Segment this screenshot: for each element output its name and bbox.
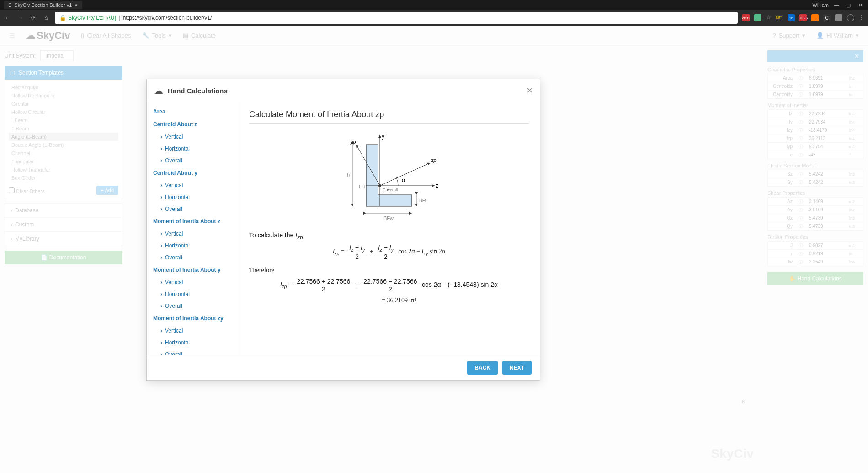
browser-menu-icon[interactable]: ⋮ (859, 14, 864, 22)
ext-icon-1[interactable]: 2891 (742, 14, 750, 22)
ext-weather-icon[interactable]: 66° (776, 14, 783, 22)
svg-text:yp: yp (350, 139, 356, 145)
svg-point-9 (378, 184, 381, 187)
nav-subitem[interactable]: Overall (147, 155, 238, 167)
ext-cors-icon[interactable]: CORS (799, 14, 807, 22)
nav-subitem[interactable]: Vertical (147, 325, 238, 337)
nav-heading[interactable]: Centroid About y (147, 167, 238, 179)
bookmark-star-icon[interactable]: ☆ (766, 14, 771, 22)
extension-icons: 2891 ☆ 66° 16 CORS C ⋮ (742, 14, 864, 22)
lock-icon: 🔒 (59, 15, 66, 21)
svg-text:LFt: LFt (359, 184, 366, 189)
calc-intro: To calculate the Izp (249, 231, 529, 240)
nav-subitem[interactable]: Overall (147, 300, 238, 312)
nav-subitem[interactable]: Horizontal (147, 337, 238, 349)
modal-nav[interactable]: AreaCentroid About zVerticalHorizontalOv… (147, 102, 238, 355)
cloud-icon: ☁ (154, 85, 163, 96)
nav-reload-icon[interactable]: ⟳ (29, 15, 37, 21)
ext-icon-2[interactable] (754, 14, 761, 22)
nav-heading[interactable]: Moment of Inertia About y (147, 263, 238, 276)
back-button[interactable]: BACK (467, 361, 498, 375)
app-viewport: ☰ ☁ SkyCiv ▯ Clear All Shapes 🔧 Tools ▾ … (0, 26, 868, 473)
nav-heading[interactable]: Area (147, 105, 238, 118)
nav-subitem[interactable]: Overall (147, 349, 238, 355)
modal-close-icon[interactable]: × (527, 85, 533, 97)
formula-general: Izp = Iz + Iy2 + Iz − Iy2 cos 2α − Izy s… (249, 244, 529, 260)
nav-home-icon[interactable]: ⌂ (42, 15, 50, 21)
nav-heading[interactable]: Centroid About z (147, 118, 238, 131)
nav-back-icon[interactable]: ← (4, 15, 12, 21)
modal-title: Hand Calculations (168, 87, 228, 95)
os-titlebar: S SkyCiv Section Builder v1 × William — … (0, 0, 868, 10)
browser-toolbar: ← → ⟳ ⌂ 🔒 SkyCiv Pty Ltd [AU] | https://… (0, 10, 868, 26)
address-bar[interactable]: 🔒 SkyCiv Pty Ltd [AU] | https://skyciv.c… (55, 12, 738, 24)
formula-numeric: Izp = 22.7566 + 22.75662 + 22.7566 − 22.… (249, 278, 529, 293)
svg-text:Coverall: Coverall (383, 188, 398, 192)
ext-icon-4[interactable] (811, 14, 819, 22)
content-heading: Calculate Moment of Inertia About zp (249, 110, 529, 124)
svg-text:BFt: BFt (419, 198, 426, 203)
modal-content: Calculate Moment of Inertia About zp y z (238, 102, 540, 355)
address-url: https://skyciv.com/section-builder/v1/ (123, 15, 212, 21)
formula-result: = 36.2109 in⁴ (382, 296, 529, 304)
nav-subitem[interactable]: Horizontal (147, 240, 238, 252)
browser-tab[interactable]: S SkyCiv Section Builder v1 × (4, 1, 82, 9)
nav-forward-icon[interactable]: → (16, 15, 25, 21)
svg-text:y: y (382, 133, 384, 140)
nav-subitem[interactable]: Horizontal (147, 288, 238, 300)
nav-heading[interactable]: Moment of Inertia About z (147, 215, 238, 228)
os-user-label: William (813, 2, 829, 8)
hand-calculations-modal: ☁ Hand Calculations × AreaCentroid About… (146, 79, 540, 381)
svg-line-6 (380, 163, 430, 186)
nav-subitem[interactable]: Vertical (147, 131, 238, 143)
svg-text:zp: zp (431, 157, 437, 163)
ext-icon-3[interactable]: 16 (788, 14, 795, 22)
window-minimize-icon[interactable]: — (832, 2, 841, 8)
nav-subitem[interactable]: Vertical (147, 228, 238, 240)
tab-favicon: S (8, 2, 11, 8)
next-button[interactable]: NEXT (502, 361, 532, 375)
nav-subitem[interactable]: Horizontal (147, 143, 238, 155)
ext-icon-5[interactable]: C (823, 14, 831, 22)
nav-subitem[interactable]: Vertical (147, 276, 238, 288)
nav-heading[interactable]: Moment of Inertia About zy (147, 312, 238, 325)
address-host: SkyCiv Pty Ltd [AU] (68, 15, 116, 21)
nav-subitem[interactable]: Horizontal (147, 191, 238, 203)
svg-text:z: z (436, 183, 438, 189)
nav-subitem[interactable]: Overall (147, 252, 238, 263)
ext-icon-6[interactable] (835, 14, 842, 22)
svg-text:α: α (402, 177, 405, 183)
section-diagram: y z yp zp α (249, 131, 529, 222)
nav-subitem[interactable]: Overall (147, 203, 238, 215)
tab-close-icon[interactable]: × (75, 2, 77, 8)
window-maximize-icon[interactable]: ▢ (844, 2, 852, 8)
tab-title: SkyCiv Section Builder v1 (14, 2, 72, 8)
svg-text:h: h (347, 172, 350, 177)
svg-text:BFw: BFw (383, 215, 394, 221)
ext-icon-7[interactable] (847, 14, 854, 22)
nav-subitem[interactable]: Vertical (147, 179, 238, 191)
window-close-icon[interactable]: ✕ (856, 2, 864, 8)
therefore-label: Therefore (249, 267, 529, 274)
